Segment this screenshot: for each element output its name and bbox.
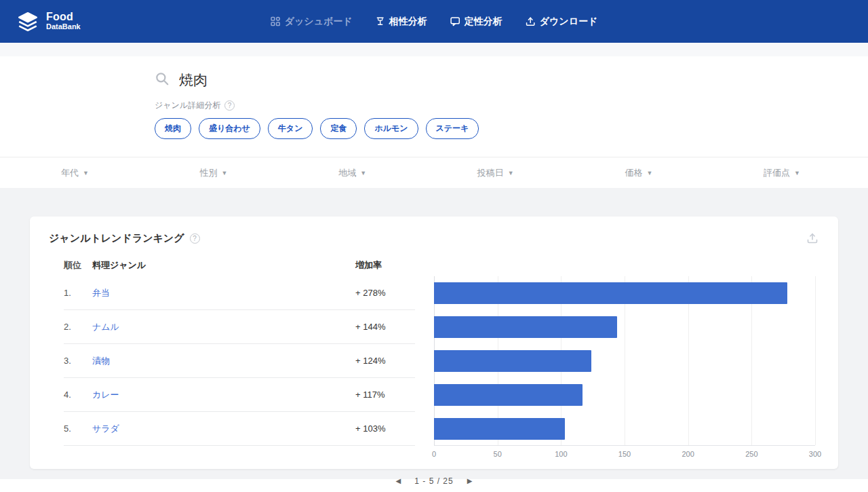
nav-compatibility-label: 相性分析: [389, 16, 427, 28]
genre-link[interactable]: 弁当: [92, 288, 110, 298]
filter-region-label: 地域: [338, 167, 356, 179]
compatibility-analysis-icon: [376, 16, 385, 26]
gridline: [815, 276, 816, 445]
chip-gyutan[interactable]: 牛タン: [268, 118, 313, 139]
filter-rating[interactable]: 評価点 ▼: [764, 167, 800, 179]
dashboard-grid-icon: [271, 16, 281, 26]
genre-link[interactable]: サラダ: [92, 423, 119, 434]
x-tick: 300: [809, 450, 821, 458]
genre-link[interactable]: 漬物: [92, 356, 110, 366]
card-title: ジャンルトレンドランキング: [49, 232, 184, 245]
filter-bar: 年代 ▼ 性別 ▼ 地域 ▼ 投稿日 ▼ 価格 ▼ 評価点 ▼: [0, 157, 868, 188]
card-download-icon[interactable]: [806, 231, 819, 245]
x-tick: 150: [618, 450, 631, 458]
table-row: 1. 弁当 + 278%: [64, 276, 415, 310]
qualitative-analysis-icon: [450, 16, 460, 26]
rank-number: 2.: [64, 322, 92, 332]
page-indicator: 1 - 5 / 25: [414, 476, 453, 486]
chip-moriawase[interactable]: 盛り合わせ: [199, 118, 260, 139]
growth-rate: + 278%: [355, 288, 415, 298]
help-icon[interactable]: [190, 233, 200, 244]
pagination: ◀ 1 - 5 / 25 ▶: [49, 476, 819, 486]
x-tick: 50: [494, 450, 502, 458]
table-row: 2. ナムル + 144%: [64, 310, 415, 344]
filter-age-label: 年代: [61, 167, 79, 179]
chip-yakiniku[interactable]: 焼肉: [155, 118, 191, 139]
genre-link[interactable]: ナムル: [92, 322, 119, 332]
table-header: 順位 料理ジャンル 増加率: [64, 254, 415, 276]
table-row: 4. カレー + 117%: [64, 378, 415, 412]
filter-post-date-label: 投稿日: [477, 167, 504, 179]
x-tick: 250: [745, 450, 757, 458]
filter-rating-label: 評価点: [764, 167, 790, 179]
brand-name: Food DataBank: [46, 12, 81, 31]
filter-gender[interactable]: 性別 ▼: [200, 167, 228, 179]
search-icon: [155, 71, 170, 89]
header-sub-band: [0, 43, 868, 56]
bar-curry: [434, 384, 583, 406]
chip-steak[interactable]: ステーキ: [426, 118, 479, 139]
rank-number: 3.: [64, 356, 92, 366]
main-content-area: ジャンルトレンドランキング 順位 料理ジャンル 増加率 1.: [0, 188, 868, 479]
nav-dashboard[interactable]: ダッシュボード: [271, 16, 353, 28]
main-menu: ダッシュボード 相性分析 定性分析: [271, 0, 598, 43]
nav-qualitative-label: 定性分析: [465, 16, 502, 28]
chevron-down-icon: ▼: [360, 170, 366, 176]
nav-download-label: ダウンロード: [540, 16, 598, 28]
brand-name-bottom: DataBank: [46, 23, 81, 31]
growth-rate: + 103%: [355, 423, 415, 434]
rank-number: 5.: [64, 423, 92, 434]
chart-plot-area: [434, 276, 815, 446]
top-nav-bar: Food DataBank ダッシュボード: [0, 0, 868, 43]
growth-rate: + 124%: [355, 356, 415, 366]
chip-horumon[interactable]: ホルモン: [364, 118, 418, 139]
chevron-down-icon: ▼: [83, 170, 89, 176]
filter-region[interactable]: 地域 ▼: [338, 167, 366, 179]
genre-detail-label: ジャンル詳細分析: [155, 100, 220, 111]
trend-bar-chart: 0 50 100 150 200 250 300: [434, 254, 819, 463]
download-icon: [526, 16, 536, 26]
table-row: 3. 漬物 + 124%: [64, 344, 415, 378]
genre-link[interactable]: カレー: [92, 390, 119, 400]
nav-qualitative-analysis[interactable]: 定性分析: [450, 16, 502, 28]
brand-name-top: Food: [46, 12, 81, 23]
x-tick: 200: [682, 450, 694, 458]
growth-rate: + 144%: [355, 322, 415, 332]
bar-tsukemono: [434, 350, 591, 372]
chevron-down-icon: ▼: [222, 170, 228, 176]
chevron-down-icon: ▼: [794, 170, 800, 176]
filter-age[interactable]: 年代 ▼: [61, 167, 89, 179]
bar-salad: [434, 418, 565, 440]
layers-icon: [16, 10, 39, 33]
filter-gender-label: 性別: [200, 167, 218, 179]
brand-logo[interactable]: Food DataBank: [16, 10, 81, 33]
x-axis: 0 50 100 150 200 250 300: [434, 450, 815, 463]
rank-number: 1.: [64, 288, 92, 298]
x-tick: 0: [432, 450, 436, 458]
column-genre: 料理ジャンル: [92, 259, 355, 271]
chevron-down-icon: ▼: [508, 170, 514, 176]
filter-post-date[interactable]: 投稿日 ▼: [477, 167, 514, 179]
genre-chips: 焼肉 盛り合わせ 牛タン 定食 ホルモン ステーキ: [155, 118, 868, 139]
bar-bento: [434, 282, 787, 304]
rank-number: 4.: [64, 390, 92, 400]
next-page-button[interactable]: ▶: [465, 476, 475, 486]
filter-price-label: 価格: [625, 167, 642, 179]
bar-namuru: [434, 316, 617, 338]
chip-teishoku[interactable]: 定食: [320, 118, 357, 139]
help-icon[interactable]: [224, 100, 235, 111]
nav-download[interactable]: ダウンロード: [526, 16, 598, 28]
ranking-table: 順位 料理ジャンル 増加率 1. 弁当 + 278% 2. ナムル + 144%…: [49, 254, 415, 463]
chevron-down-icon: ▼: [646, 170, 652, 176]
column-rate: 増加率: [355, 259, 415, 271]
search-section: ジャンル詳細分析 焼肉 盛り合わせ 牛タン 定食 ホルモン ステーキ: [0, 56, 868, 157]
nav-compatibility-analysis[interactable]: 相性分析: [376, 16, 427, 28]
growth-rate: + 117%: [355, 390, 415, 400]
column-rank: 順位: [64, 259, 92, 271]
nav-dashboard-label: ダッシュボード: [285, 16, 353, 28]
filter-price[interactable]: 価格 ▼: [625, 167, 652, 179]
search-input[interactable]: [179, 72, 586, 88]
table-row: 5. サラダ + 103%: [64, 412, 415, 446]
prev-page-button[interactable]: ◀: [393, 476, 404, 486]
x-tick: 100: [555, 450, 567, 458]
